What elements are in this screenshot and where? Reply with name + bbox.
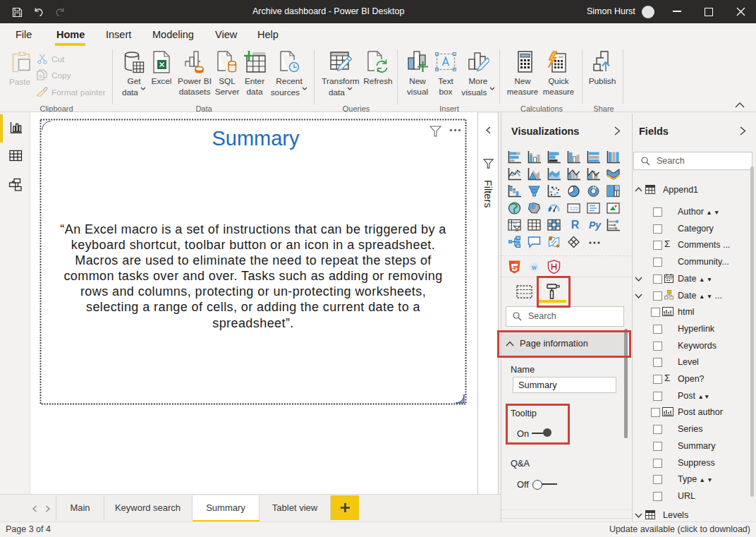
svg-text:123: 123 <box>570 206 578 211</box>
